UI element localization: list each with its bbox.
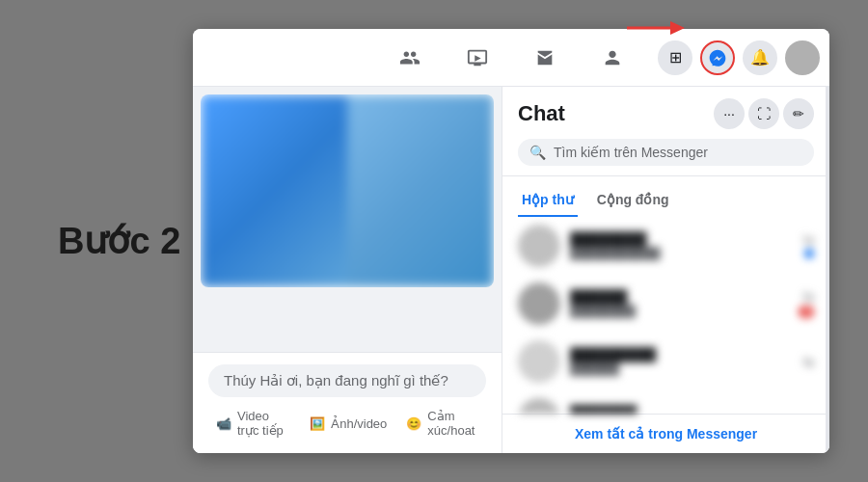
search-placeholder-text: Tìm kiếm trên Messenger [554,145,708,160]
step-label: Bước 2 [58,220,180,262]
photo-icon: 🖼️ [310,416,325,431]
post-input-area: Thúy Hải ơi, bạn đang nghĩ gì thế? 📹 Vid… [193,352,502,453]
live-video-icon: 📹 [216,416,231,431]
chat-header-top: Chat ··· ⛶ ✏ [518,98,814,129]
feed-area: Thúy Hải ơi, bạn đang nghĩ gì thế? 📹 Vid… [193,87,502,453]
chat-list-item[interactable]: ██████ ████████ 2g 3 [502,275,829,333]
chat-meta: 3g [802,356,814,367]
nav-right-area: ⊞ 🔔 [658,40,820,75]
emotion-icon: 😊 [406,416,421,431]
chat-meta: 2g 3 [799,290,814,318]
profile-nav-icon[interactable] [593,39,632,77]
chat-header-actions: ··· ⛶ ✏ [714,98,814,129]
unread-badge: 3 [799,306,814,318]
chat-name: ██████ [570,289,789,305]
search-icon: 🔍 [529,145,546,160]
user-avatar[interactable] [785,40,820,75]
nav-bar: ⊞ 🔔 [193,29,829,87]
photo-2 [347,94,494,287]
watch-nav-icon[interactable] [458,39,497,77]
post-input-bar[interactable]: Thúy Hải ơi, bạn đang nghĩ gì thế? [208,364,486,397]
chat-compose-button[interactable]: ✏ [783,98,814,129]
chat-time: 3g [802,356,814,367]
chat-preview: ███████████ [570,247,793,260]
chat-preview: ████████ [570,305,789,318]
chat-expand-button[interactable]: ⛶ [748,98,779,129]
tab-inbox[interactable]: Hộp thư [518,184,578,217]
notifications-nav-icon[interactable]: 🔔 [743,40,777,75]
chat-avatar [518,282,560,325]
chat-meta: 1g [802,233,814,258]
unread-indicator [804,249,814,258]
chat-name: █████████ [570,347,793,362]
friends-nav-icon[interactable] [391,39,429,77]
chat-time: 1g [802,233,814,245]
chat-list-item[interactable]: █████████ ██████ 3g [502,333,829,390]
chat-info: █████████ ██████ [570,347,793,376]
feed-post-card [201,94,494,287]
chat-header: Chat ··· ⛶ ✏ 🔍 Tìm kiếm trên Messenger [502,87,829,176]
svg-marker-1 [670,21,685,35]
live-video-button[interactable]: 📹 Video trực tiếp [208,405,298,442]
chat-time: 2g [802,290,814,302]
chat-title: Chat [518,101,565,126]
tab-community[interactable]: Cộng đồng [593,184,673,217]
messenger-search-box[interactable]: 🔍 Tìm kiếm trên Messenger [518,139,814,166]
messenger-nav-button[interactable] [700,40,735,75]
chat-name: ███████ [570,405,793,414]
apps-nav-icon[interactable]: ⊞ [658,40,692,75]
chat-preview: ██████ [570,362,793,376]
photo-area [201,94,494,287]
chat-list-item[interactable]: ████████ ███████████ 1g [502,217,829,275]
chat-avatar [518,398,560,414]
chat-tabs: Hộp thư Cộng đồng [502,176,829,217]
chat-info: ████████ ███████████ [570,231,793,260]
red-arrow-indicator [627,13,685,42]
chat-info: ███████ █████████ [570,405,793,414]
post-actions: 📹 Video trực tiếp 🖼️ Ảnh/video 😊 Cảm xúc… [208,405,486,442]
chat-avatar [518,225,560,267]
photo-1 [201,94,347,287]
chat-list-item[interactable]: ███████ █████████ 4g [502,390,829,414]
chat-name: ████████ [570,231,793,247]
chat-list: ████████ ███████████ 1g ██████ ████████ [502,217,829,414]
see-all-messenger-link[interactable]: Xem tất cả trong Messenger [502,414,829,453]
chat-panel: Chat ··· ⛶ ✏ 🔍 Tìm kiếm trên Messenger H… [502,87,829,453]
chat-more-button[interactable]: ··· [714,98,745,129]
main-content: Thúy Hải ơi, bạn đang nghĩ gì thế? 📹 Vid… [193,87,829,453]
marketplace-nav-icon[interactable] [526,39,564,77]
photo-video-button[interactable]: 🖼️ Ảnh/video [302,405,394,442]
chat-avatar [518,340,560,383]
browser-window: ⊞ 🔔 [193,29,829,453]
emotion-button[interactable]: 😊 Cảm xúc/hoat [398,405,486,442]
chat-info: ██████ ████████ [570,289,789,318]
